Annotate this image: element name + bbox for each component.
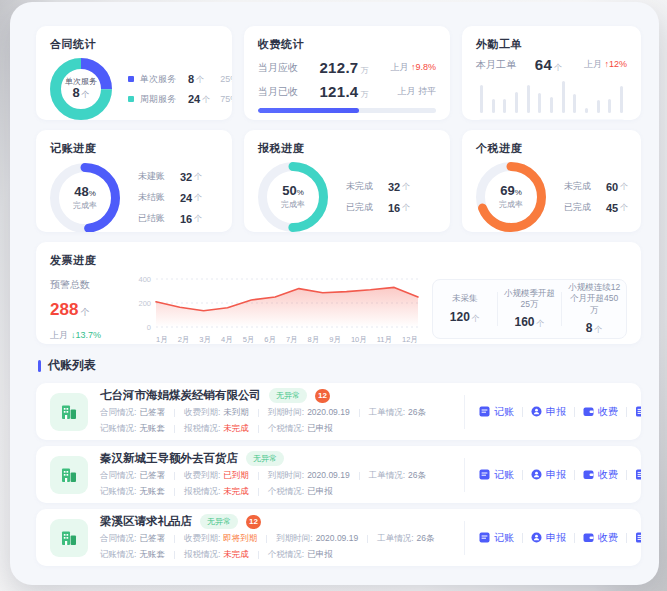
personal-tax-donut-area: 69% 完成率 未完成60个 已完成45个 (476, 162, 627, 232)
bookkeeping-donut-center: 48% 完成率 (50, 163, 120, 233)
bookkeeping-button[interactable]: 记账 (471, 531, 522, 545)
stat-item: 已完成45个 (564, 201, 638, 214)
card-title-field-work: 外勤工单 (476, 37, 627, 52)
agency-list-header: 代账列表 (38, 357, 639, 374)
wallet-icon (583, 406, 594, 417)
fee-button[interactable]: 收费 (575, 531, 626, 545)
ledger-icon (479, 532, 490, 543)
dashboard-content: 合同统计 单次服务 8个 单次服务 8 个 25% (10, 2, 659, 585)
contract-stats-card: 合同统计 单次服务 8个 单次服务 8 个 25% (36, 26, 232, 120)
detail-line-2: 记账情况:无账套 报税情况:未完成 个税情况:已申报 (100, 486, 460, 498)
divider (464, 458, 465, 492)
invoice-progress-card: 发票进度 预警总数 288个 上月↓13.7% 4002000 1月2月3月4月… (36, 242, 641, 344)
notification-count-badge: 12 (315, 389, 330, 403)
fee-button[interactable]: 收费 (575, 468, 626, 482)
card-title-personal-tax: 个税进度 (476, 141, 627, 156)
record-button[interactable]: 记账 (627, 468, 641, 482)
legend-item: 单次服务 8 个 25% (128, 73, 232, 86)
x-tick-label: 9月 (329, 335, 341, 344)
stat-item: 已结账16个 (138, 212, 218, 225)
personal-tax-items: 未完成60个 已完成45个 (564, 172, 638, 222)
x-tick-label: 12月 (402, 335, 418, 344)
stat-quarter-over-250k: 小规模季开超25万 160个 (498, 288, 562, 329)
line-chart-x-axis: 1月2月3月4月5月6月7月8月9月10月11月12月 (156, 335, 418, 344)
bookkeeping-donut-chart: 48% 完成率 (50, 163, 120, 233)
fee-row-receivable: 当月应收 212.7万 上月 ↑9.8% (258, 59, 436, 76)
row-actions: 记账 申报 收费 记账 (471, 468, 641, 482)
x-tick-label: 11月 (377, 335, 392, 344)
company-building-icon (50, 393, 88, 431)
ledger-icon (479, 469, 490, 480)
field-work-stat-row: 本月工单 64个 上月 ↑12% (476, 56, 627, 73)
contract-legend: 单次服务 8 个 25% 周期服务 24 个 75% (128, 66, 232, 113)
detail-line-1: 合同情况:已签署 收费到期:未到期 到期时间:2020.09.19 工单情况:2… (100, 407, 460, 419)
status-badge: 无异常 (269, 388, 307, 403)
divider (464, 521, 465, 555)
declare-icon (531, 406, 542, 417)
svg-text:200: 200 (138, 299, 151, 308)
detail-line-2: 记账情况:无账套 报税情况:未完成 个税情况:已申报 (100, 549, 460, 561)
card-title-invoice: 发票进度 (50, 253, 627, 268)
fee-progress-fill (258, 108, 359, 113)
document-icon (635, 532, 641, 543)
stat-item: 未结账24个 (138, 191, 218, 204)
fee-button[interactable]: 收费 (575, 405, 626, 419)
invoice-warning-block: 预警总数 288个 上月↓13.7% (50, 276, 130, 342)
company-name: 七台河市海娟煤炭经销有限公司 (100, 388, 261, 403)
x-tick-label: 6月 (264, 335, 276, 344)
status-badge: 无异常 (246, 451, 284, 466)
svg-text:0: 0 (147, 323, 151, 332)
bookkeeping-progress-card: 记账进度 48% 完成率 未建账32个 未结账24个 已结账16个 (36, 130, 232, 232)
fee-stats-card: 收费统计 当月应收 212.7万 上月 ↑9.8% 当月已收 121.4万 上月… (244, 26, 450, 120)
dashboard-panel: 合同统计 单次服务 8个 单次服务 8 个 25% (10, 2, 659, 585)
record-button[interactable]: 记账 (627, 531, 641, 545)
ledger-icon (479, 406, 490, 417)
legend-swatch-blue (128, 76, 134, 82)
fee-row-received: 当月已收 121.4万 上月 持平 (258, 83, 436, 100)
record-button[interactable]: 记账 (627, 405, 641, 419)
wallet-icon (583, 469, 594, 480)
legend-swatch-teal (128, 96, 134, 102)
line-chart-plot: 4002000 (130, 272, 422, 334)
x-tick-label: 2月 (178, 335, 190, 344)
declare-button[interactable]: 申报 (523, 468, 574, 482)
company-info: 秦汉新城王导额外去百货店 无异常 合同情况:已签署 收费到期:已到期 到期时间:… (100, 451, 460, 498)
company-building-icon (50, 519, 88, 557)
stats-row-2: 记账进度 48% 完成率 未建账32个 未结账24个 已结账16个 报税进度 (36, 130, 641, 232)
bookkeeping-button[interactable]: 记账 (471, 405, 522, 419)
bookkeeping-button[interactable]: 记账 (471, 468, 522, 482)
x-tick-label: 4月 (221, 335, 233, 344)
detail-line-1: 合同情况:已签署 收费到期:即将到期 到期时间:2020.09.19 工单情况:… (100, 533, 460, 545)
trend-value: ↓13.7% (71, 330, 101, 340)
stats-row-1: 合同统计 单次服务 8个 单次服务 8 个 25% (36, 26, 641, 120)
svg-text:400: 400 (138, 275, 151, 284)
stat-uncollected: 未采集 120个 (433, 293, 497, 323)
stat-item: 未完成60个 (564, 180, 638, 193)
field-work-card: 外勤工单 本月工单 64个 上月 ↑12% 进行中48个 已完成16个 (462, 26, 641, 120)
x-tick-label: 1月 (156, 335, 168, 344)
legend-item: 周期服务 24 个 75% (128, 93, 232, 106)
declare-button[interactable]: 申报 (523, 531, 574, 545)
donut-center-value: 8个 (72, 86, 89, 101)
row-actions: 记账 申报 收费 记账 (471, 531, 641, 545)
warning-total: 288个 (50, 300, 130, 320)
notification-count-badge: 12 (246, 515, 261, 529)
company-name: 秦汉新城王导额外去百货店 (100, 451, 238, 466)
company-info: 七台河市海娟煤炭经销有限公司 无异常 12 合同情况:已签署 收费到期:未到期 … (100, 388, 460, 435)
tax-donut-center: 50% 完成率 (258, 162, 328, 232)
agency-row[interactable]: 秦汉新城王导额外去百货店 无异常 合同情况:已签署 收费到期:已到期 到期时间:… (36, 446, 641, 503)
bookkeeping-items: 未建账32个 未结账24个 已结账16个 (138, 162, 218, 232)
declare-icon (531, 469, 542, 480)
x-tick-label: 8月 (308, 335, 320, 344)
tax-items: 未完成32个 已完成16个 (346, 172, 436, 222)
invoice-body: 预警总数 288个 上月↓13.7% 4002000 1月2月3月4月5月6月7… (50, 272, 627, 344)
declare-button[interactable]: 申报 (523, 405, 574, 419)
card-title-contract: 合同统计 (50, 37, 218, 52)
field-work-bar-chart (476, 81, 627, 113)
document-icon (635, 406, 641, 417)
invoice-stats-box: 未采集 120个 小规模季开超25万 160个 小规模连续12个月开超450万 … (432, 279, 627, 339)
tax-donut-area: 50% 完成率 未完成32个 已完成16个 (258, 162, 436, 232)
agency-row[interactable]: 梁溪区请求礼品店 无异常 12 合同情况:已签署 收费到期:即将到期 到期时间:… (36, 509, 641, 566)
agency-row[interactable]: 七台河市海娟煤炭经销有限公司 无异常 12 合同情况:已签署 收费到期:未到期 … (36, 383, 641, 440)
contract-donut-center: 单次服务 8个 (50, 58, 112, 120)
